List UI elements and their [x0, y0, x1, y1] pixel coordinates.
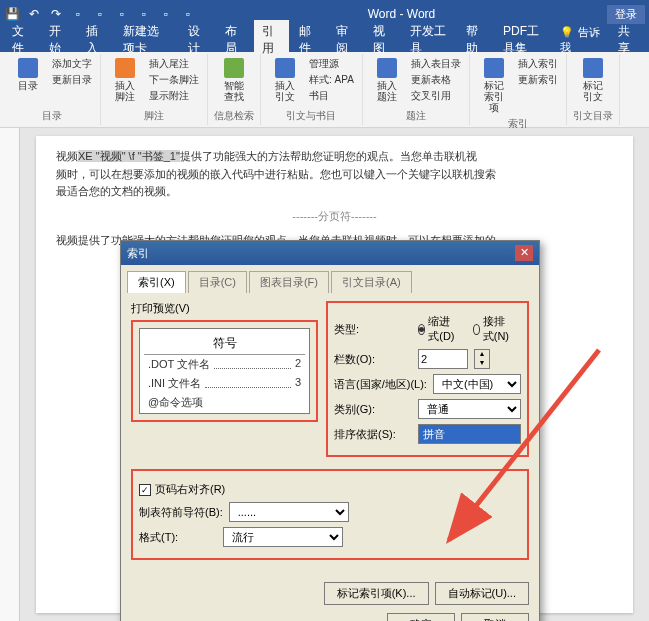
index-dialog: 索引 ✕ 索引(X) 目录(C) 图表目录(F) 引文目录(A) 打印预览(V)…	[120, 240, 540, 621]
mark-index-entry[interactable]: 标记索引项	[476, 56, 512, 115]
ribbon-group-toc: 目录 添加文字更新目录 目录	[4, 54, 101, 125]
doc-paragraph: 视频XE "视频" \f "书签_1"提供了功能强大的方法帮助您证明您的观点。当…	[56, 148, 613, 166]
sort-select[interactable]: 拼音	[418, 424, 521, 444]
dialog-title: 索引	[127, 246, 149, 261]
ribbon-group-captions: 插入题注 插入表目录更新表格交叉引用 题注	[363, 54, 470, 125]
radio-indented[interactable]: 缩进式(D)	[418, 314, 457, 344]
spin-up-icon[interactable]: ▲	[475, 350, 489, 359]
tab-toc[interactable]: 目录(C)	[188, 271, 247, 293]
leader-select[interactable]: ......	[229, 502, 349, 522]
tab-authorities[interactable]: 引文目录(A)	[331, 271, 412, 293]
field-code: XE "视频" \f "书签_1"	[78, 150, 180, 162]
mark-citation[interactable]: 标记引文	[575, 56, 611, 104]
tab-figures[interactable]: 图表目录(F)	[249, 271, 329, 293]
print-preview: 符号 .DOT 文件名2 .INI 文件名3 @命令选项	[139, 328, 310, 414]
insert-citation[interactable]: 插入引文	[267, 56, 303, 104]
close-button[interactable]: ✕	[515, 245, 533, 261]
insert-footnote[interactable]: 插入脚注	[107, 56, 143, 104]
ribbon-group-authorities: 标记引文 引文目录	[567, 54, 620, 125]
menubar: 文件 开始 插入 新建选项卡 设计 布局 引用 邮件 审阅 视图 开发工具 帮助…	[0, 28, 649, 52]
columns-input[interactable]	[418, 349, 468, 369]
window-title: Word - Word	[196, 7, 607, 21]
ribbon-group-footnotes: 插入脚注 插入尾注下一条脚注显示附注 脚注	[101, 54, 208, 125]
language-select[interactable]: 中文(中国)	[433, 374, 521, 394]
vertical-ruler	[0, 128, 20, 621]
dialog-titlebar[interactable]: 索引 ✕	[121, 241, 539, 265]
ribbon-group-index: 标记索引项 插入索引更新索引 索引	[470, 54, 567, 125]
add-text[interactable]: 添加文字	[50, 56, 94, 72]
insert-caption[interactable]: 插入题注	[369, 56, 405, 104]
ribbon-group-citations: 插入引文 管理源样式: APA书目 引文与书目	[261, 54, 363, 125]
tab-index[interactable]: 索引(X)	[127, 271, 186, 293]
ribbon: 目录 添加文字更新目录 目录 插入脚注 插入尾注下一条脚注显示附注 脚注 智能查…	[0, 52, 649, 128]
update-toc[interactable]: 更新目录	[50, 72, 94, 88]
auto-mark-button[interactable]: 自动标记(U)...	[435, 582, 529, 605]
radio-runin[interactable]: 接排式(N)	[473, 314, 512, 344]
ribbon-group-research: 智能查找 信息检索	[208, 54, 261, 125]
tell-me[interactable]: 💡 告诉我	[560, 25, 600, 55]
ok-button[interactable]: 确定	[387, 613, 455, 621]
cancel-button[interactable]: 取消	[461, 613, 529, 621]
right-align-checkbox[interactable]: ✓页码右对齐(R)	[139, 482, 225, 497]
format-select[interactable]: 流行	[223, 527, 343, 547]
mark-entry-button[interactable]: 标记索引项(K)...	[324, 582, 429, 605]
smart-lookup[interactable]: 智能查找	[216, 56, 252, 104]
preview-label: 打印预览(V)	[131, 301, 318, 316]
page-break: -------分页符-------	[56, 209, 613, 224]
dialog-tabs: 索引(X) 目录(C) 图表目录(F) 引文目录(A)	[121, 265, 539, 293]
toc-button[interactable]: 目录	[10, 56, 46, 93]
category-select[interactable]: 普通	[418, 399, 521, 419]
spin-down-icon[interactable]: ▼	[475, 359, 489, 368]
